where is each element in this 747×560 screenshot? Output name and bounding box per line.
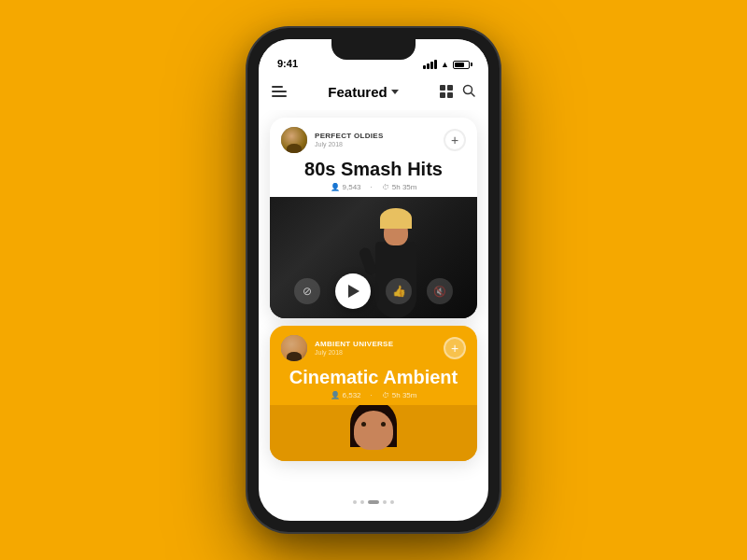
video-controls: ⊘ 👍 🔇	[270, 273, 477, 309]
phone-screen: 9:41 ▲ Featured	[259, 39, 488, 521]
card1-avatar	[281, 127, 307, 153]
volume-mute-button[interactable]: 🔇	[427, 278, 453, 304]
grid-cell	[440, 85, 445, 91]
header-right-icons	[440, 84, 475, 100]
card2-dot-separator: ·	[371, 391, 373, 399]
menu-line	[272, 91, 287, 92]
card2-avatar	[281, 335, 307, 361]
card1-likes: 👤 9,543	[331, 183, 361, 191]
card1-duration-value: 5h 35m	[392, 183, 417, 191]
play-triangle-icon	[348, 285, 359, 298]
card2-header: AMBIENT UNIVERSE July 2018 +	[270, 326, 477, 365]
battery-icon	[453, 61, 470, 69]
singer-hair	[380, 208, 412, 229]
singer2-right-eye	[381, 422, 386, 427]
card2-duration-value: 5h 35m	[392, 391, 417, 399]
menu-line	[272, 86, 283, 88]
card2-duration: ⏱ 5h 35m	[382, 391, 417, 399]
card1-user-name: PERFECT OLDIES	[315, 133, 384, 141]
card2-likes-count: 6,532	[343, 391, 361, 399]
card1-duration: ⏱ 5h 35m	[382, 183, 417, 191]
featured-dropdown[interactable]: Featured	[328, 84, 398, 100]
card2-bottom-image	[270, 405, 477, 461]
play-button[interactable]	[335, 273, 371, 309]
card-cinematic-ambient: AMBIENT UNIVERSE July 2018 + Cinematic A…	[270, 326, 477, 461]
no-entry-button[interactable]: ⊘	[294, 278, 320, 304]
signal-icon	[423, 60, 437, 69]
card1-title: 80s Smash Hits	[270, 157, 477, 183]
svg-line-1	[471, 92, 474, 96]
status-time: 9:41	[277, 58, 298, 69]
clock-icon: ⏱	[382, 391, 389, 399]
card1-user-info: PERFECT OLDIES July 2018	[315, 133, 384, 147]
phone-frame: 9:41 ▲ Featured	[247, 28, 500, 532]
header-title: Featured	[328, 84, 387, 100]
card-80s-smash-hits: PERFECT OLDIES July 2018 + 80s Smash Hit…	[270, 118, 477, 318]
grid-view-icon[interactable]	[440, 85, 453, 98]
grid-cell	[440, 92, 445, 98]
card2-user-name: AMBIENT UNIVERSE	[315, 341, 393, 349]
scroll-content: PERFECT OLDIES July 2018 + 80s Smash Hit…	[259, 110, 488, 521]
card1-add-button[interactable]: +	[444, 129, 466, 151]
grid-cell	[447, 85, 453, 91]
grid-cell	[447, 92, 453, 98]
chevron-down-icon	[391, 90, 399, 94]
card1-user-date: July 2018	[315, 141, 384, 148]
singer2-face	[354, 411, 393, 450]
app-header: Featured	[259, 73, 488, 110]
notch	[331, 39, 416, 60]
card2-add-button[interactable]: +	[444, 337, 466, 359]
status-icons: ▲	[423, 60, 470, 69]
card1-meta: 👤 9,543 · ⏱ 5h 35m	[270, 183, 477, 197]
card1-user: PERFECT OLDIES July 2018	[281, 127, 384, 153]
card2-user: AMBIENT UNIVERSE July 2018	[281, 335, 393, 361]
menu-button[interactable]	[272, 86, 287, 97]
person-icon: 👤	[331, 183, 340, 191]
like-button[interactable]: 👍	[386, 278, 412, 304]
clock-icon: ⏱	[382, 183, 389, 191]
wifi-icon: ▲	[441, 60, 449, 69]
menu-line	[272, 95, 287, 97]
search-icon[interactable]	[462, 84, 475, 100]
video-background: ⊘ 👍 🔇	[270, 197, 477, 318]
card1-video[interactable]: ⊘ 👍 🔇	[270, 197, 477, 318]
card2-user-info: AMBIENT UNIVERSE July 2018	[315, 341, 393, 356]
card1-likes-count: 9,543	[343, 183, 361, 191]
card2-user-date: July 2018	[315, 349, 393, 357]
card2-likes: 👤 6,532	[331, 391, 361, 399]
card1-header: PERFECT OLDIES July 2018 +	[270, 118, 477, 157]
person-icon: 👤	[331, 391, 340, 399]
card1-dot-separator: ·	[371, 183, 373, 191]
card2-meta: 👤 6,532 · ⏱ 5h 35m	[270, 391, 477, 405]
card2-title: Cinematic Ambient	[270, 365, 477, 391]
singer2-left-eye	[361, 422, 366, 427]
